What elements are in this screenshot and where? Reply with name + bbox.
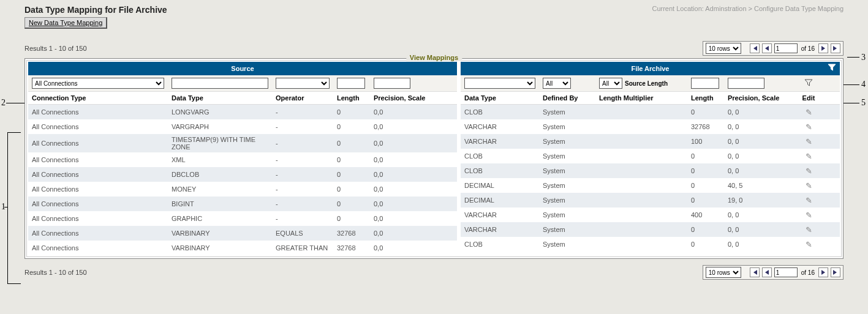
cell-target-precision: 0, 0 — [724, 211, 796, 219]
cell-source-precision: 0,0 — [370, 156, 456, 163]
col-connection-type[interactable]: Connection Type — [28, 94, 168, 102]
cell-connection-type: All Connections — [28, 215, 168, 222]
prev-page-icon[interactable] — [762, 43, 772, 53]
view-mappings-legend: View Mappings — [406, 54, 462, 61]
next-page-icon[interactable] — [818, 267, 828, 277]
edit-icon[interactable]: ✎ — [806, 181, 812, 190]
cell-target-length: 0 — [687, 152, 724, 160]
cell-target-datatype: DECIMAL — [461, 182, 539, 189]
edit-icon[interactable]: ✎ — [806, 137, 812, 146]
cell-connection-type: All Connections — [28, 244, 168, 252]
cell-source-length: 0 — [333, 200, 370, 207]
page-of-text: of 16 — [800, 45, 816, 52]
col-length-multiplier[interactable]: Length Multiplier — [595, 94, 687, 102]
col-operator[interactable]: Operator — [272, 94, 333, 102]
first-page-icon[interactable] — [750, 267, 760, 277]
edit-icon[interactable]: ✎ — [806, 108, 812, 117]
prev-page-icon[interactable] — [762, 267, 772, 277]
cell-target-length: 0 — [687, 108, 724, 116]
filter-defined-by[interactable]: All — [543, 78, 571, 89]
filter-target-precision[interactable] — [728, 78, 764, 89]
col-target-precision[interactable]: Precision, Scale — [724, 94, 796, 102]
cell-source-datatype: VARBINARY — [168, 230, 272, 237]
cell-target-length: 0 — [687, 241, 724, 248]
table-row: CLOBSystem00, 0✎ — [461, 105, 840, 119]
pager-top: 10 rows of 16 — [703, 41, 843, 56]
cell-target-datatype: VARCHAR — [461, 123, 539, 130]
cell-target-length: 32768 — [687, 123, 724, 130]
last-page-icon[interactable] — [831, 267, 840, 277]
col-source-precision[interactable]: Precision, Scale — [370, 94, 456, 102]
last-page-icon[interactable] — [831, 43, 840, 53]
cell-operator: GREATER THAN — [272, 244, 333, 252]
cell-target-length: 0 — [687, 167, 724, 174]
edit-icon[interactable]: ✎ — [806, 122, 812, 132]
filter-length-multiplier-mode[interactable]: All — [599, 78, 622, 89]
cell-source-precision: 0,0 — [370, 230, 456, 237]
edit-icon[interactable]: ✎ — [806, 166, 812, 176]
cell-defined-by: System — [539, 108, 595, 116]
table-row: CLOBSystem00, 0✎ — [461, 149, 840, 163]
cell-connection-type: All Connections — [28, 140, 168, 147]
source-filter-row: All Connections — [28, 75, 457, 91]
filter-target-length[interactable] — [691, 78, 719, 89]
col-defined-by[interactable]: Defined By — [539, 94, 595, 102]
cell-target-length: 400 — [687, 211, 724, 219]
edit-icon[interactable]: ✎ — [806, 152, 812, 161]
filter-operator[interactable] — [276, 78, 330, 89]
cell-source-precision: 0,0 — [370, 108, 456, 116]
cell-target-precision: 0, 0 — [724, 241, 796, 248]
cell-operator: - — [272, 156, 333, 163]
cell-source-length: 0 — [333, 123, 370, 130]
cell-source-precision: 0,0 — [370, 215, 456, 222]
col-target-length[interactable]: Length — [687, 94, 724, 102]
cell-source-datatype: XML — [168, 156, 272, 163]
cell-defined-by: System — [539, 138, 595, 145]
target-filter-row: All All Source Length — [461, 75, 840, 91]
annotation-3: 3 — [861, 53, 866, 62]
filter-connection-type[interactable]: All Connections — [32, 78, 164, 89]
cell-target-datatype: CLOB — [461, 108, 539, 116]
cell-target-precision: 0, 0 — [724, 226, 796, 233]
cell-source-precision: 0,0 — [370, 185, 456, 193]
cell-target-precision: 0, 0 — [724, 152, 796, 160]
cell-target-datatype: DECIMAL — [461, 196, 539, 204]
first-page-icon[interactable] — [750, 43, 760, 53]
new-mapping-button[interactable]: New Data Type Mapping — [25, 17, 107, 29]
cell-defined-by: System — [539, 211, 595, 219]
next-page-icon[interactable] — [818, 43, 828, 53]
edit-icon[interactable]: ✎ — [806, 225, 812, 234]
filter-source-precision[interactable] — [374, 78, 410, 89]
cell-operator: - — [272, 140, 333, 147]
col-source-length[interactable]: Length — [333, 94, 370, 102]
table-row: All ConnectionsLONGVARG-00,0 — [28, 105, 457, 119]
cell-source-datatype: GRAPHIC — [168, 215, 272, 222]
cell-source-precision: 0,0 — [370, 123, 456, 130]
table-row: All ConnectionsVARGRAPH-00,0 — [28, 119, 457, 134]
filter-target-datatype[interactable] — [464, 78, 535, 89]
cell-operator: - — [272, 185, 333, 193]
open-filter-icon[interactable] — [828, 63, 836, 73]
page-title: Data Type Mapping for File Archive — [25, 5, 167, 15]
cell-defined-by: System — [539, 241, 595, 248]
filter-source-length[interactable] — [337, 78, 365, 89]
apply-filter-icon[interactable] — [804, 81, 813, 88]
cell-connection-type: All Connections — [28, 123, 168, 130]
cell-source-datatype: VARGRAPH — [168, 123, 272, 130]
rows-per-page-select-bottom[interactable]: 10 rows — [706, 267, 741, 278]
page-number-input[interactable] — [774, 43, 798, 53]
table-row: All ConnectionsDBCLOB-00,0 — [28, 167, 457, 182]
cell-source-datatype: MONEY — [168, 185, 272, 193]
col-target-datatype[interactable]: Data Type — [461, 94, 539, 102]
table-row: CLOBSystem00, 0✎ — [461, 163, 840, 178]
edit-icon[interactable]: ✎ — [806, 211, 812, 220]
col-source-datatype[interactable]: Data Type — [168, 94, 272, 102]
rows-per-page-select[interactable]: 10 rows — [706, 43, 741, 54]
cell-defined-by: System — [539, 196, 595, 204]
cell-target-precision: 0, 0 — [724, 123, 796, 130]
filter-length-multiplier-label: Source Length — [625, 80, 668, 87]
page-number-input-bottom[interactable] — [774, 267, 798, 277]
edit-icon[interactable]: ✎ — [806, 196, 812, 205]
edit-icon[interactable]: ✎ — [806, 240, 812, 249]
filter-source-datatype[interactable] — [172, 78, 268, 89]
